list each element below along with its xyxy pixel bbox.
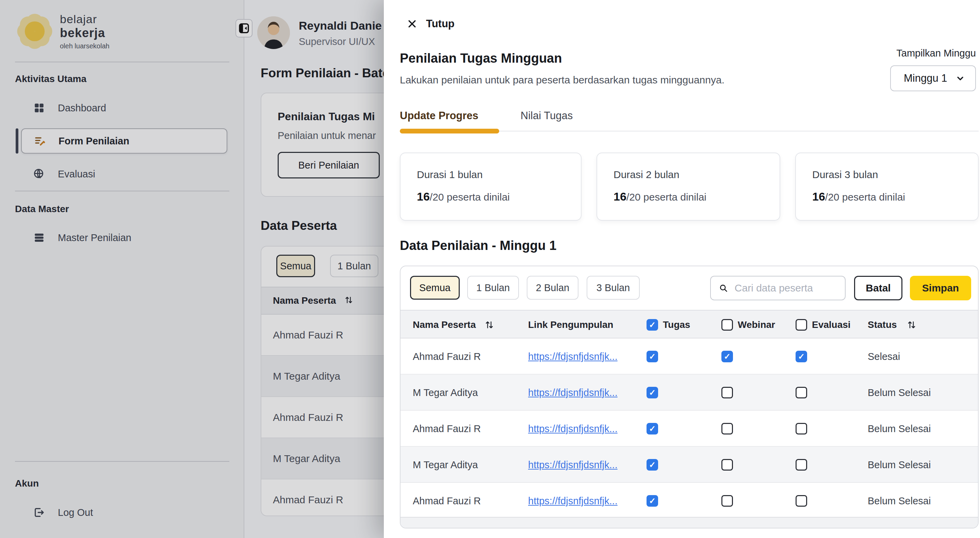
checkbox-evaluasi[interactable] <box>795 351 807 362</box>
search-icon <box>719 283 728 293</box>
filter-3bulan[interactable]: 3 Bulan <box>587 276 640 300</box>
close-icon <box>407 19 417 29</box>
checkbox-tugas[interactable] <box>646 459 658 471</box>
row-name: M Tegar Aditya <box>413 447 478 483</box>
row-link[interactable]: https://fdjsnfjdsnfjk... <box>528 411 617 447</box>
stat-suffix: /20 peserta dinilai <box>825 192 905 203</box>
row-name: M Tegar Aditya <box>413 375 478 411</box>
row-name: Ahmad Fauzi R <box>413 338 481 375</box>
tab-nilai-tugas[interactable]: Nilai Tugas <box>520 110 573 122</box>
search-input[interactable] <box>734 282 837 294</box>
row-name: Ahmad Fauzi R <box>413 483 481 519</box>
stat-value: 16 <box>417 190 430 203</box>
row-status: Belum Selesai <box>868 483 931 519</box>
filter-2bulan[interactable]: 2 Bulan <box>527 276 579 300</box>
stat-value: 16 <box>614 190 627 203</box>
column-evaluasi: Evaluasi <box>812 311 851 339</box>
stat-value: 16 <box>812 190 825 203</box>
stat-card-durasi-3: Durasi 3 bulan 16/20 peserta dinilai <box>795 153 978 221</box>
tab-update-progres[interactable]: Update Progres <box>400 110 479 122</box>
search-box[interactable] <box>710 276 846 300</box>
table-row: M Tegar Aditya https://fdjsnfjdsnfjk... … <box>401 447 978 483</box>
checkbox-tugas[interactable] <box>646 495 658 507</box>
column-status: Status <box>868 311 897 339</box>
stat-suffix: /20 peserta dinilai <box>627 192 706 203</box>
sort-icon[interactable] <box>484 311 495 339</box>
header-checkbox-evaluasi[interactable] <box>795 319 807 330</box>
checkbox-tugas[interactable] <box>646 387 658 398</box>
stat-label: Durasi 1 bulan <box>417 169 482 180</box>
column-link-pengumpulan: Link Pengumpulan <box>528 311 613 339</box>
header-checkbox-tugas[interactable] <box>646 319 658 330</box>
stat-card-durasi-1: Durasi 1 bulan 16/20 peserta dinilai <box>400 153 582 221</box>
batal-button[interactable]: Batal <box>854 276 902 300</box>
stat-card-durasi-2: Durasi 2 bulan 16/20 peserta dinilai <box>597 153 780 221</box>
row-link[interactable]: https://fdjsnfjdsnfjk... <box>528 375 617 411</box>
close-label: Tutup <box>426 18 455 30</box>
app-root: belajar bekerja oleh luarsekolah Aktivit… <box>0 0 980 538</box>
table-footer-strip <box>401 517 978 528</box>
chevron-down-icon <box>956 73 965 83</box>
checkbox-evaluasi[interactable] <box>795 459 807 471</box>
row-name: Ahmad Fauzi R <box>413 411 481 447</box>
row-status: Selesai <box>868 338 900 375</box>
checkbox-tugas[interactable] <box>646 351 658 362</box>
row-status: Belum Selesai <box>868 411 931 447</box>
active-tab-underline <box>400 129 499 134</box>
table-header-row: Nama Peserta Link Pengumpulan Tugas Webi… <box>401 310 978 338</box>
table-row: Ahmad Fauzi R https://fdjsnfjdsnfjk... S… <box>401 338 978 375</box>
stat-label: Durasi 2 bulan <box>614 169 679 180</box>
panel-title: Penilaian Tugas Mingguan <box>400 51 562 66</box>
filter-semua[interactable]: Semua <box>410 276 460 300</box>
column-webinar: Webinar <box>738 311 775 339</box>
checkbox-evaluasi[interactable] <box>795 387 807 398</box>
column-nama-peserta: Nama Peserta <box>413 311 476 339</box>
stat-label: Durasi 3 bulan <box>812 169 878 180</box>
row-status: Belum Selesai <box>868 375 931 411</box>
sort-icon[interactable] <box>907 311 917 339</box>
table-row: M Tegar Aditya https://fdjsnfjdsnfjk... … <box>401 375 978 411</box>
filter-1bulan[interactable]: 1 Bulan <box>467 276 519 300</box>
checkbox-webinar[interactable] <box>721 351 733 362</box>
close-panel-button[interactable]: Tutup <box>407 18 455 30</box>
row-link[interactable]: https://fdjsnfjdsnfjk... <box>528 338 617 375</box>
checkbox-webinar[interactable] <box>721 387 733 398</box>
data-penilaian-title: Data Penilaian - Minggu 1 <box>400 238 556 253</box>
checkbox-tugas[interactable] <box>646 423 658 434</box>
dim-backdrop[interactable] <box>0 0 384 538</box>
checkbox-webinar[interactable] <box>721 495 733 507</box>
checkbox-webinar[interactable] <box>721 459 733 471</box>
row-link[interactable]: https://fdjsnfjdsnfjk... <box>528 447 617 483</box>
stat-suffix: /20 peserta dinilai <box>430 192 510 203</box>
panel-subtitle: Lakukan penilaian untuk para peserta ber… <box>400 74 724 86</box>
table-row: Ahmad Fauzi R https://fdjsnfjdsnfjk... B… <box>401 483 978 519</box>
week-select-value: Minggu 1 <box>904 72 947 85</box>
row-link[interactable]: https://fdjsnfjdsnfjk... <box>528 483 617 519</box>
checkbox-evaluasi[interactable] <box>795 423 807 434</box>
penilaian-panel: Tutup Penilaian Tugas Mingguan Lakukan p… <box>384 0 980 538</box>
week-select[interactable]: Minggu 1 <box>890 65 976 91</box>
row-status: Belum Selesai <box>868 447 931 483</box>
header-checkbox-webinar[interactable] <box>721 319 733 330</box>
table-row: Ahmad Fauzi R https://fdjsnfjdsnfjk... B… <box>401 411 978 447</box>
week-select-label: Tampilkan Minggu <box>896 48 976 59</box>
simpan-button[interactable]: Simpan <box>910 276 971 300</box>
checkbox-evaluasi[interactable] <box>795 495 807 507</box>
penilaian-table-card: Semua 1 Bulan 2 Bulan 3 Bulan Batal Simp… <box>400 266 978 528</box>
column-tugas: Tugas <box>663 311 690 339</box>
checkbox-webinar[interactable] <box>721 423 733 434</box>
